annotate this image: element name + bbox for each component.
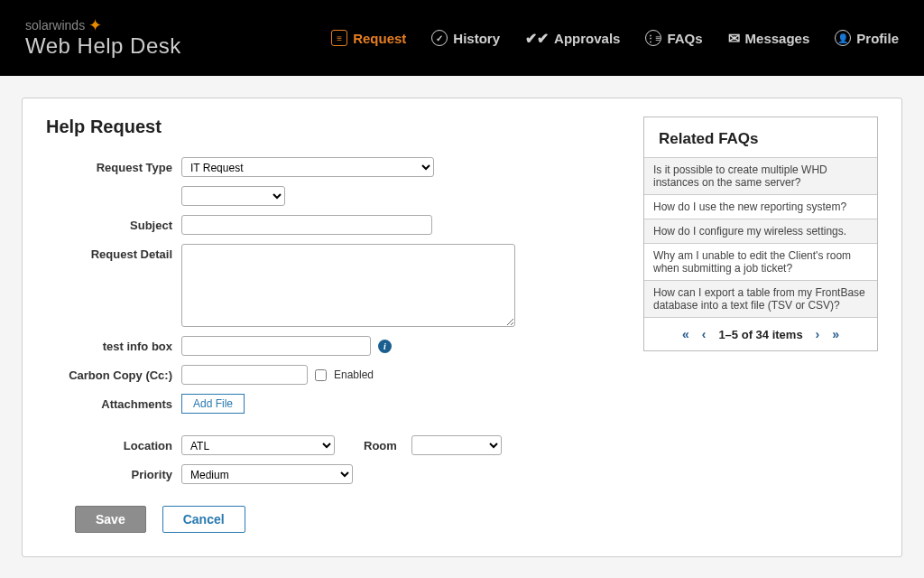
pager-first-icon[interactable]: «	[682, 327, 689, 341]
label-carbon-copy: Carbon Copy (Cc:)	[46, 365, 181, 382]
save-button[interactable]: Save	[75, 506, 146, 533]
nav-faqs[interactable]: ⋮≡ FAQs	[645, 30, 702, 46]
list-icon: ≡	[331, 30, 347, 46]
faq-item[interactable]: Why am I unable to edit the Client's roo…	[644, 243, 877, 280]
cancel-button[interactable]: Cancel	[162, 506, 245, 533]
brand-logo: solarwinds ✦ Web Help Desk	[25, 17, 181, 59]
page-title: Help Request	[46, 117, 622, 137]
list-bullets-icon: ⋮≡	[645, 30, 661, 46]
subject-input[interactable]	[181, 215, 432, 235]
nav-approvals-label: Approvals	[554, 31, 620, 46]
nav-messages[interactable]: ✉ Messages	[728, 30, 810, 47]
faq-item[interactable]: Is it possible to create multiple WHD in…	[644, 157, 877, 194]
test-info-box-input[interactable]	[181, 336, 371, 356]
nav-approvals[interactable]: ✔✔ Approvals	[525, 30, 620, 47]
nav-messages-label: Messages	[745, 31, 810, 46]
label-request-detail: Request Detail	[46, 244, 181, 261]
check-icon: ✔✔	[525, 30, 549, 47]
help-request-form: Help Request Request Type IT Request	[46, 117, 622, 533]
brand-product: Web Help Desk	[25, 33, 181, 59]
add-file-button[interactable]: Add File	[181, 394, 245, 414]
faq-list: Is it possible to create multiple WHD in…	[644, 157, 877, 317]
nav-history-label: History	[453, 31, 500, 46]
help-request-card: Help Request Request Type IT Request	[22, 98, 902, 557]
faq-item[interactable]: How do I use the new reporting system?	[644, 194, 877, 219]
user-icon: 👤	[835, 30, 851, 46]
nav-faqs-label: FAQs	[667, 31, 702, 46]
cc-enabled-checkbox[interactable]	[315, 369, 327, 381]
envelope-icon: ✉	[728, 30, 740, 47]
nav-profile[interactable]: 👤 Profile	[835, 30, 899, 46]
location-select[interactable]: ATL	[181, 435, 335, 455]
nav-request[interactable]: ≡ Request	[331, 30, 406, 46]
room-select[interactable]	[411, 435, 502, 455]
label-room: Room	[364, 439, 397, 452]
faq-item[interactable]: How do I configure my wireless settings.	[644, 219, 877, 243]
main-nav: ≡ Request ✓ History ✔✔ Approvals ⋮≡ FAQs…	[331, 30, 899, 47]
info-icon[interactable]: i	[378, 340, 392, 353]
cc-enabled-label: Enabled	[334, 368, 374, 381]
related-faqs-panel: Related FAQs Is it possible to create mu…	[643, 117, 878, 351]
clock-icon: ✓	[431, 30, 448, 46]
carbon-copy-input[interactable]	[181, 365, 308, 385]
pager-prev-icon[interactable]: ‹	[702, 327, 707, 341]
nav-request-label: Request	[353, 31, 406, 46]
request-subtype-select[interactable]	[181, 186, 285, 206]
request-detail-textarea[interactable]	[181, 244, 515, 327]
faq-item[interactable]: How can I export a table from my FrontBa…	[644, 280, 877, 317]
label-attachments: Attachments	[46, 394, 181, 411]
label-subject: Subject	[46, 215, 181, 232]
label-test-info-box: test info box	[46, 336, 181, 353]
priority-select[interactable]: Medium	[181, 464, 353, 484]
faq-panel-title: Related FAQs	[644, 117, 877, 157]
pager-next-icon[interactable]: ›	[816, 327, 820, 341]
faq-pager: « ‹ 1–5 of 34 items › »	[644, 317, 877, 350]
nav-profile-label: Profile	[856, 31, 899, 46]
request-type-select[interactable]: IT Request	[181, 157, 434, 177]
label-priority: Priority	[46, 464, 181, 481]
solarwinds-logo-icon: ✦	[88, 17, 102, 33]
nav-history[interactable]: ✓ History	[431, 30, 500, 46]
brand-company: solarwinds	[25, 18, 85, 33]
top-nav-bar: solarwinds ✦ Web Help Desk ≡ Request ✓ H…	[0, 0, 924, 76]
pager-status: 1–5 of 34 items	[718, 328, 802, 341]
label-location: Location	[46, 435, 181, 452]
pager-last-icon[interactable]: »	[832, 327, 839, 341]
label-request-type: Request Type	[46, 157, 181, 174]
